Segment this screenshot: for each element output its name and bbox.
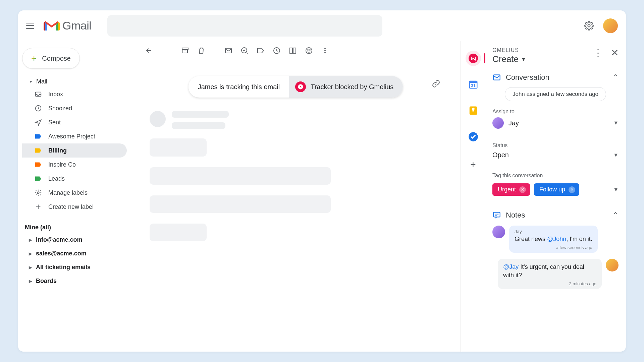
group-ticketing[interactable]: ▶All ticketing emails [22, 260, 127, 274]
compose-label: Compose [42, 55, 71, 62]
svg-text:31: 31 [471, 83, 476, 88]
note-author: Jay [515, 229, 592, 234]
tracker-blocked: Tracker blocked by Gmelius [289, 76, 403, 98]
skeleton [150, 224, 207, 241]
tag-followup[interactable]: Follow up✕ [534, 183, 579, 196]
svg-point-14 [324, 50, 326, 51]
label-icon[interactable] [256, 46, 265, 55]
inbox-icon [34, 90, 42, 98]
tracker-sender: James is tracking this email [189, 78, 289, 96]
svg-rect-4 [182, 48, 188, 50]
tag-label: Tag this conversation [492, 173, 619, 179]
mark-unread-icon[interactable] [224, 46, 233, 55]
sidebar-item-billing[interactable]: Billing [22, 143, 127, 158]
chevron-down-icon: ▼ [521, 57, 526, 62]
rail-calendar-icon[interactable]: 31 [466, 77, 481, 92]
split-icon[interactable] [288, 46, 298, 55]
svg-point-13 [324, 48, 326, 49]
back-icon[interactable] [144, 46, 154, 55]
assign-to-label: Assign to [492, 109, 619, 115]
panel-brand: GMELIUS [492, 47, 526, 53]
sidebar-item-create-label[interactable]: Create new label [22, 200, 127, 214]
status-label: Status [492, 142, 619, 148]
email-header-skeleton [150, 111, 442, 129]
rail-gmelius-icon[interactable] [466, 51, 481, 66]
status-selector[interactable]: Open ▼ [492, 151, 619, 159]
gmail-icon [44, 19, 60, 33]
svg-point-10 [306, 48, 312, 54]
sidebar-item-awesome-project[interactable]: Awesome Project [22, 129, 127, 143]
note-time: 2 minutes ago [503, 281, 596, 286]
sidebar-item-inspire-co[interactable]: Inspire Co [22, 158, 127, 172]
chevron-down-icon[interactable]: ▼ [613, 187, 619, 193]
copy-link-icon[interactable] [432, 79, 440, 88]
group-boards[interactable]: ▶Boards [22, 274, 127, 288]
snooze-icon[interactable] [272, 46, 281, 55]
app-frame: Gmail + Compose ▼ Mail Inbox [18, 10, 626, 352]
settings-icon[interactable] [584, 21, 594, 31]
sidebar-item-inbox[interactable]: Inbox [22, 87, 127, 101]
tag-urgent[interactable]: Urgent✕ [492, 183, 530, 196]
note-item: @Jay It's urgent, can you deal with it? … [492, 259, 619, 289]
chevron-up-icon[interactable]: ⌃ [612, 211, 619, 220]
panel-create-button[interactable]: Create▼ [492, 54, 526, 64]
conversation-section-header[interactable]: Conversation ⌃ [492, 73, 619, 82]
sidebar-item-snoozed[interactable]: Snoozed [22, 101, 127, 115]
compose-button[interactable]: + Compose [22, 48, 80, 69]
notes-icon [492, 211, 501, 220]
assignment-pill: John assigned a few seconds ago [505, 87, 606, 101]
plus-icon [34, 203, 42, 211]
mail-label: Mail [36, 78, 47, 85]
tag-remove-icon[interactable]: ✕ [569, 186, 575, 193]
envelope-icon [492, 73, 501, 82]
notes-section-header[interactable]: Notes ⌃ [492, 211, 619, 220]
svg-point-11 [308, 50, 308, 50]
search-input[interactable] [107, 15, 382, 37]
assignee-avatar [492, 117, 504, 129]
notes-list: Jay Great news @John, I'm on it. a few s… [492, 226, 619, 289]
svg-rect-9 [293, 48, 296, 53]
send-icon [34, 118, 42, 126]
tag-remove-icon[interactable]: ✕ [519, 186, 526, 193]
menu-icon[interactable] [26, 22, 34, 30]
group-sales[interactable]: ▶sales@acme.com [22, 247, 127, 260]
panel-close-icon[interactable]: ✕ [611, 47, 619, 58]
chevron-up-icon[interactable]: ⌃ [612, 73, 619, 82]
sidebar-item-leads[interactable]: Leads [22, 172, 127, 186]
panel-more-icon[interactable]: ⋮ [593, 47, 603, 58]
sidebar-item-sent[interactable]: Sent [22, 115, 127, 129]
note-body: @Jay It's urgent, can you deal with it? [503, 263, 596, 279]
gmail-text: Gmail [62, 19, 91, 32]
user-avatar[interactable] [603, 18, 618, 33]
sidebar: + Compose ▼ Mail Inbox Snoozed S [18, 41, 131, 352]
tags-row: Urgent✕ Follow up✕ ▼ [492, 183, 619, 196]
rail-add-icon[interactable]: + [470, 159, 476, 170]
more-icon[interactable] [320, 46, 330, 55]
gmail-logo[interactable]: Gmail [44, 19, 91, 33]
chevron-down-icon: ▼ [613, 152, 619, 158]
topbar: Gmail [18, 10, 626, 41]
note-avatar [492, 226, 505, 238]
svg-point-15 [324, 52, 326, 53]
addon-rail: 31 + [461, 41, 485, 352]
tag-icon [34, 161, 42, 169]
sidebar-item-manage-labels[interactable]: Manage labels [22, 186, 127, 200]
add-task-icon[interactable] [240, 46, 249, 55]
chevron-down-icon: ▼ [613, 120, 619, 126]
note-item: Jay Great news @John, I'm on it. a few s… [492, 226, 619, 253]
rail-tasks-icon[interactable] [466, 129, 481, 144]
archive-icon[interactable] [180, 46, 190, 55]
chevron-right-icon: ▶ [29, 238, 32, 242]
group-info[interactable]: ▶info@acme.com [22, 233, 127, 247]
chevron-down-icon: ▼ [29, 79, 33, 84]
sidebar-mail-header[interactable]: ▼ Mail [22, 76, 127, 87]
emoji-icon[interactable] [304, 46, 314, 55]
plus-icon: + [31, 54, 37, 63]
gmelius-panel: GMELIUS Create▼ ⋮ ✕ Conversation ⌃ John … [485, 41, 626, 352]
mine-all-label: Mine (all) [22, 221, 127, 233]
rail-keep-icon[interactable] [466, 103, 481, 118]
chevron-right-icon: ▶ [29, 265, 32, 270]
delete-icon[interactable] [197, 46, 206, 55]
assignee-selector[interactable]: Jay ▼ [492, 117, 619, 129]
message-view: James is tracking this email Tracker blo… [131, 41, 461, 352]
